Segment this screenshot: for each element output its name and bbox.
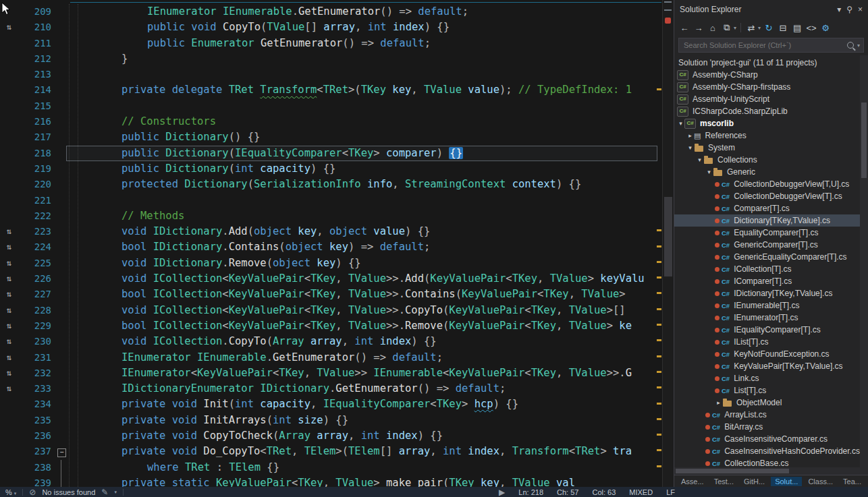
code-line[interactable]: 211public Enumerator GetEnumerator() => … <box>0 36 674 51</box>
code-line[interactable]: 215 <box>0 98 674 114</box>
line-number[interactable]: 231 <box>18 350 57 366</box>
code-line[interactable]: ⇅226void ICollection<KeyValuePair<TKey, … <box>0 271 674 287</box>
line-number[interactable]: 228 <box>18 303 57 318</box>
references-updown-icon[interactable]: ⇅ <box>0 224 18 239</box>
panel-tab-gith[interactable]: GitH... <box>740 477 769 486</box>
code-line[interactable]: ⇅231IEnumerator IEnumerable.GetEnumerato… <box>0 350 674 366</box>
line-number[interactable]: 217 <box>18 129 57 145</box>
tree-item[interactable]: C#Dictionary[TKey,TValue].cs <box>674 214 868 227</box>
line-number[interactable]: 215 <box>18 98 57 114</box>
code-line[interactable]: 209IEnumerator IEnumerable.GetEnumerator… <box>0 4 674 20</box>
line-number[interactable]: 239 <box>18 475 57 487</box>
code-line[interactable]: ⇅224bool IDictionary.Contains(object key… <box>0 239 674 255</box>
tree-hscrollbar-thumb[interactable] <box>676 469 789 473</box>
line-number[interactable]: 235 <box>18 413 57 428</box>
tree-item[interactable]: C#Assembly-UnityScript <box>674 93 868 105</box>
show-all-files-icon[interactable]: ▤ <box>791 23 803 33</box>
dropdown-caret-icon[interactable]: ▾ <box>758 25 761 31</box>
tree-item[interactable]: C#IEqualityComparer[T].cs <box>674 324 868 336</box>
code-line[interactable]: ⇅210public void CopyTo(TValue[] array, i… <box>0 20 674 35</box>
tree-item[interactable]: C#BitArray.cs <box>674 421 868 433</box>
no-issues-icon[interactable]: ⊘ <box>29 488 36 497</box>
zoom-control[interactable]: % ▾ <box>5 488 16 496</box>
references-updown-icon[interactable]: ⇅ <box>0 334 18 349</box>
code-line[interactable]: 238where TRet : TElem {} <box>0 460 674 475</box>
outline-collapse-icon[interactable]: − <box>57 448 66 457</box>
panel-tab-tea[interactable]: Tea... <box>839 477 865 486</box>
line-number[interactable]: 219 <box>18 161 57 177</box>
chevron-down-icon[interactable]: ▾ <box>837 5 841 14</box>
code-line[interactable]: 219public Dictionary(int capacity) {} <box>0 161 674 177</box>
line-number[interactable]: 225 <box>18 256 57 271</box>
references-updown-icon[interactable]: ⇅ <box>0 271 18 287</box>
panel-tab-class[interactable]: Class... <box>804 477 837 486</box>
chevron-expanded-icon[interactable]: ▾ <box>677 120 684 127</box>
references-updown-icon[interactable]: ⇅ <box>0 20 18 35</box>
tree-item[interactable]: C#KeyNotFoundException.cs <box>674 348 868 360</box>
tree-item[interactable]: C#List[T].cs <box>674 384 868 397</box>
line-number[interactable]: 224 <box>18 239 57 255</box>
chevron-collapsed-icon[interactable]: ▸ <box>686 132 694 139</box>
switch-views-icon[interactable]: ⧉ <box>721 22 733 33</box>
chevron-expanded-icon[interactable]: ▾ <box>705 169 713 175</box>
tree-item[interactable]: C#Assembly-CSharp <box>674 69 868 81</box>
references-updown-icon[interactable]: ⇅ <box>0 239 18 255</box>
line-number[interactable]: 210 <box>18 20 57 35</box>
tree-item[interactable]: C#ICSharpCode.SharpZipLib <box>674 105 868 117</box>
tree-item[interactable]: C#CollectionBase.cs <box>674 457 868 467</box>
edit-status-caret-icon[interactable]: ▾ <box>114 490 117 495</box>
tree-item[interactable]: Solution 'project-gui' (11 of 11 project… <box>674 57 868 69</box>
code-line[interactable]: ⇅227bool ICollection<KeyValuePair<TKey, … <box>0 287 674 302</box>
tree-item[interactable]: C#IList[T].cs <box>674 336 868 348</box>
view-code-icon[interactable]: <> <box>805 23 817 33</box>
splitter-grip-icon[interactable] <box>664 1 672 11</box>
tree-scrollbar-thumb[interactable] <box>861 103 867 178</box>
close-icon[interactable]: × <box>858 5 863 14</box>
references-updown-icon[interactable]: ⇅ <box>0 366 18 381</box>
tree-item[interactable]: C#IDictionary[TKey,TValue].cs <box>674 287 868 299</box>
tree-scrollbar[interactable] <box>860 55 868 467</box>
editor-scrollbar[interactable] <box>662 0 674 487</box>
code-line[interactable]: 239private static KeyValuePair<TKey, TVa… <box>0 475 674 487</box>
code-line[interactable]: ⇅230void ICollection.CopyTo(Array array,… <box>0 334 674 349</box>
code-line[interactable]: 214private delegate TRet Transform<TRet>… <box>0 82 674 98</box>
line-number[interactable]: 236 <box>18 428 57 444</box>
line-number[interactable]: 238 <box>18 460 57 475</box>
code-line[interactable]: ⇅225void IDictionary.Remove(object key) … <box>0 256 674 271</box>
tree-item[interactable]: C#IComparer[T].cs <box>674 275 868 287</box>
line-number[interactable]: 226 <box>18 271 57 287</box>
tree-item[interactable]: C#IEnumerable[T].cs <box>674 299 868 312</box>
line-number[interactable]: 232 <box>18 366 57 381</box>
search-options-caret-icon[interactable]: ▾ <box>857 42 860 49</box>
issues-status-label[interactable]: No issues found <box>42 488 95 496</box>
chevron-expanded-icon[interactable]: ▾ <box>696 156 703 163</box>
references-updown-icon[interactable]: ⇅ <box>0 303 18 318</box>
edit-status-icon[interactable]: ✎ <box>101 488 108 497</box>
tree-item[interactable]: ▸▤References <box>674 129 868 142</box>
code-line[interactable]: 212} <box>0 51 674 67</box>
line-number[interactable]: 218 <box>18 146 57 161</box>
code-line[interactable]: 218public Dictionary(IEqualityComparer<T… <box>0 146 674 161</box>
code-line[interactable]: ⇅232IEnumerator<KeyValuePair<TKey, TValu… <box>0 366 674 381</box>
line-number[interactable]: 214 <box>18 82 57 98</box>
code-line[interactable]: 235private void InitArrays(int size) {} <box>0 413 674 428</box>
code-editor[interactable]: 209IEnumerator IEnumerable.GetEnumerator… <box>0 0 674 487</box>
line-number[interactable]: 209 <box>18 4 57 20</box>
tree-item[interactable]: C#CaseInsensitiveHashCodeProvider.cs <box>674 445 868 457</box>
code-line[interactable]: 222// Methods <box>0 208 674 224</box>
forward-icon[interactable]: → <box>693 23 705 33</box>
line-number[interactable]: 211 <box>18 36 57 51</box>
tree-item[interactable]: ▾System <box>674 142 868 154</box>
references-updown-icon[interactable]: ⇅ <box>0 350 18 366</box>
chevron-collapsed-icon[interactable]: ▸ <box>715 399 722 406</box>
code-line[interactable]: 234private void Init(int capacity, IEqua… <box>0 397 674 412</box>
tree-item[interactable]: C#ICollection[T].cs <box>674 263 868 275</box>
code-line[interactable]: 237−private void Do_CopyTo<TRet, TElem>(… <box>0 444 674 459</box>
line-number[interactable]: 237 <box>18 444 57 459</box>
line-number[interactable]: 234 <box>18 397 57 412</box>
home-icon[interactable]: ⌂ <box>707 23 719 33</box>
tree-item[interactable]: C#GenericEqualityComparer[T].cs <box>674 251 868 263</box>
code-line[interactable]: ⇅229bool ICollection<KeyValuePair<TKey, … <box>0 318 674 334</box>
tree-item[interactable]: C#CollectionDebuggerView[T,U].cs <box>674 178 868 190</box>
solution-tree[interactable]: Solution 'project-gui' (11 of 11 project… <box>674 55 868 467</box>
